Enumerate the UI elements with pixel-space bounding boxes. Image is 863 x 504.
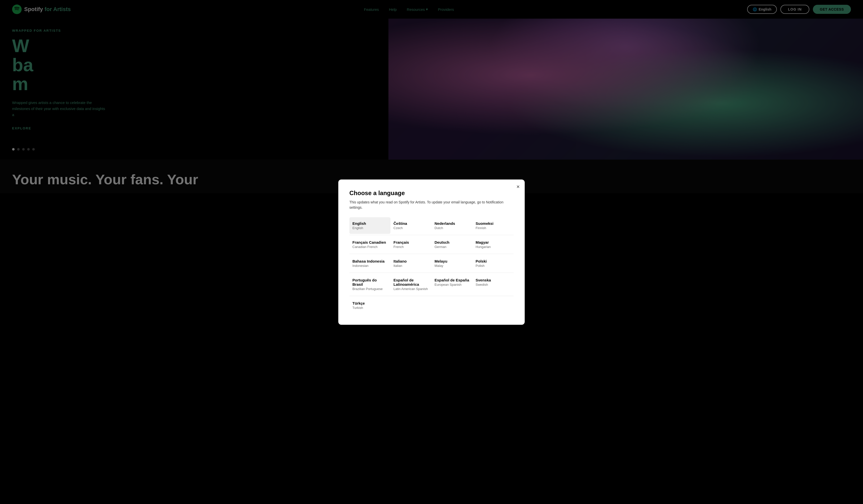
lang-item[interactable]: Polski Polish bbox=[473, 255, 514, 272]
lang-name: Melayu bbox=[435, 259, 470, 263]
language-grid: English English Čeština Czech Nederlands… bbox=[349, 217, 514, 314]
lang-item[interactable]: Melayu Malay bbox=[432, 255, 473, 272]
lang-sub: Italian bbox=[393, 264, 428, 268]
lang-name: Magyar bbox=[476, 240, 511, 244]
modal-title: Choose a language bbox=[349, 190, 514, 197]
lang-item-empty bbox=[473, 297, 514, 314]
lang-sub: Malay bbox=[435, 264, 470, 268]
lang-name: Italiano bbox=[393, 259, 428, 263]
lang-sub: English bbox=[352, 226, 387, 230]
lang-item[interactable]: Português do Brasil Brazilian Portuguese bbox=[349, 274, 390, 295]
lang-item[interactable]: Italiano Italian bbox=[390, 255, 432, 272]
modal-description: This updates what you read on Spotify fo… bbox=[349, 199, 514, 210]
lang-item[interactable]: Bahasa Indonesia Indonesian bbox=[349, 255, 390, 272]
lang-name: English bbox=[352, 221, 387, 225]
lang-item[interactable]: Türkçe Turkish bbox=[349, 297, 390, 314]
lang-sub: Turkish bbox=[352, 306, 387, 310]
lang-divider bbox=[349, 273, 514, 273]
lang-sub: Hungarian bbox=[476, 245, 511, 249]
lang-item[interactable]: Svenska Swedish bbox=[473, 274, 514, 295]
lang-item[interactable]: Français Canadien Canadian French bbox=[349, 236, 390, 253]
lang-sub: Brazilian Portuguese bbox=[352, 287, 387, 291]
lang-sub: Canadian French bbox=[352, 245, 387, 249]
lang-item[interactable]: English English bbox=[349, 217, 390, 234]
lang-name: Nederlands bbox=[435, 221, 470, 225]
lang-name: Čeština bbox=[393, 221, 428, 225]
lang-item[interactable]: Français French bbox=[390, 236, 432, 253]
lang-name: Français bbox=[393, 240, 428, 244]
lang-sub: Dutch bbox=[435, 226, 470, 230]
lang-sub: Polish bbox=[476, 264, 511, 268]
lang-item[interactable]: Nederlands Dutch bbox=[432, 217, 473, 234]
modal-close-button[interactable]: × bbox=[516, 184, 520, 190]
lang-item[interactable]: Español de Latinoamérica Latin American … bbox=[390, 274, 432, 295]
lang-name: Português do Brasil bbox=[352, 278, 387, 286]
lang-sub: European Spanish bbox=[435, 283, 470, 286]
lang-divider bbox=[349, 235, 514, 235]
language-modal: × Choose a language This updates what yo… bbox=[338, 180, 525, 325]
lang-name: Español de España bbox=[435, 278, 470, 282]
lang-name: Français Canadien bbox=[352, 240, 387, 244]
lang-item[interactable]: Suomeksi Finnish bbox=[473, 217, 514, 234]
lang-sub: Latin American Spanish bbox=[393, 287, 428, 291]
lang-name: Svenska bbox=[476, 278, 511, 282]
lang-sub: French bbox=[393, 245, 428, 249]
lang-name: Polski bbox=[476, 259, 511, 263]
lang-item[interactable]: Čeština Czech bbox=[390, 217, 432, 234]
lang-item[interactable]: Deutsch German bbox=[432, 236, 473, 253]
lang-sub: Swedish bbox=[476, 283, 511, 286]
lang-name: Bahasa Indonesia bbox=[352, 259, 387, 263]
lang-item[interactable]: Español de España European Spanish bbox=[432, 274, 473, 295]
lang-name: Türkçe bbox=[352, 301, 387, 305]
lang-name: Deutsch bbox=[435, 240, 470, 244]
lang-sub: Finnish bbox=[476, 226, 511, 230]
lang-item-empty bbox=[390, 297, 432, 314]
lang-sub: German bbox=[435, 245, 470, 249]
lang-name: Español de Latinoamérica bbox=[393, 278, 428, 286]
lang-sub: Indonesian bbox=[352, 264, 387, 268]
lang-item-empty bbox=[432, 297, 473, 314]
lang-name: Suomeksi bbox=[476, 221, 511, 225]
lang-sub: Czech bbox=[393, 226, 428, 230]
modal-overlay[interactable]: × Choose a language This updates what yo… bbox=[0, 0, 863, 504]
lang-item[interactable]: Magyar Hungarian bbox=[473, 236, 514, 253]
